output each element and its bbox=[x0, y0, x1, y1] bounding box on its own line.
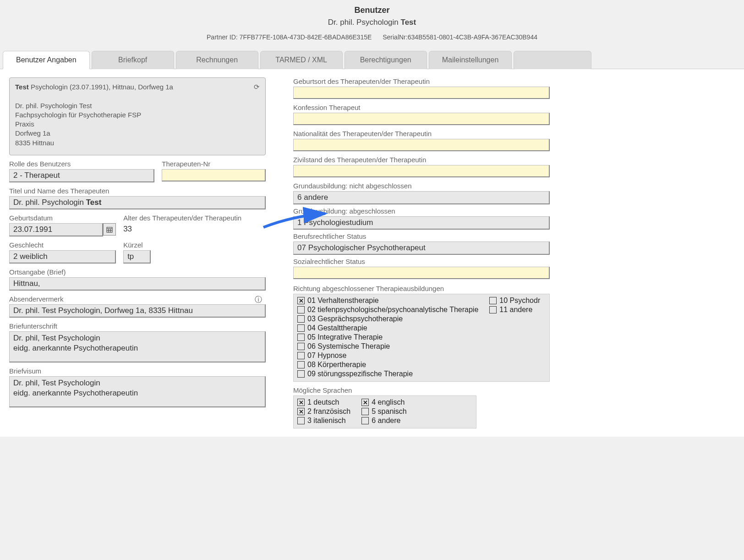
checkbox-icon[interactable] bbox=[297, 370, 305, 378]
therapie-item[interactable]: 03 Gesprächspsychotherapie bbox=[297, 314, 478, 324]
sprache-label: 1 deutsch bbox=[307, 398, 339, 406]
therapie-item[interactable]: 07 Hypnose bbox=[297, 351, 478, 360]
sprache-item[interactable]: 5 spanisch bbox=[361, 407, 407, 416]
ortsangabe-input[interactable]: Hittnau, bbox=[9, 277, 266, 291]
info-icon[interactable]: ⓘ bbox=[255, 295, 262, 305]
checkbox-icon[interactable] bbox=[297, 297, 305, 304]
therapie-checkbox-group: 01 Verhaltenstherapie02 tiefenpsychologi… bbox=[293, 294, 550, 382]
label-grund-nicht: Grundausbildung: nicht abgeschlossen bbox=[293, 182, 550, 190]
tab-tarmed-xml[interactable]: TARMED / XML bbox=[260, 51, 343, 69]
checkbox-icon[interactable] bbox=[361, 417, 369, 424]
berufsrecht-select[interactable]: 07 Psychologischer Psychotherapeut bbox=[293, 242, 550, 255]
page-subtitle: Dr. phil. Psychologin Test bbox=[0, 18, 744, 27]
konfession-input[interactable] bbox=[293, 113, 550, 125]
rolle-select[interactable]: 2 - Therapeut bbox=[9, 169, 154, 182]
therapie-item[interactable]: 09 störungsspezifische Therapie bbox=[297, 369, 478, 379]
svg-rect-0 bbox=[107, 227, 112, 232]
label-nationalitaet: Nationalität des Therapeuten/der Therape… bbox=[293, 130, 550, 137]
checkbox-icon[interactable] bbox=[297, 315, 305, 323]
therapie-item[interactable]: 04 Gestalttherapie bbox=[297, 324, 478, 333]
summary-box: ⟳ Test Psychologin (23.07.1991), Hittnau… bbox=[9, 77, 266, 155]
label-richtung: Richtung abgeschlossener Therapieausbild… bbox=[293, 285, 550, 292]
label-geschlecht: Geschlecht bbox=[9, 241, 116, 249]
checkbox-icon[interactable] bbox=[297, 343, 305, 350]
refresh-icon[interactable]: ⟳ bbox=[254, 82, 260, 92]
therapie-label: 11 andere bbox=[499, 306, 532, 314]
label-geburtsdatum: Geburtsdatum bbox=[9, 214, 116, 222]
geschlecht-select[interactable]: 2 weiblich bbox=[9, 250, 116, 264]
tab-berechtigungen[interactable]: Berechtigungen bbox=[345, 51, 427, 69]
geburtsort-input[interactable] bbox=[293, 87, 550, 99]
calendar-icon[interactable] bbox=[103, 223, 116, 236]
alter-value: 33 bbox=[123, 223, 266, 235]
titel-name-display[interactable]: Dr. phil. Psychologin Test bbox=[9, 196, 266, 209]
therapeut-nr-input[interactable] bbox=[162, 169, 266, 181]
sprache-label: 2 französisch bbox=[307, 407, 350, 416]
checkbox-icon[interactable] bbox=[361, 408, 369, 415]
therapie-label: 05 Integrative Therapie bbox=[307, 333, 383, 341]
checkbox-icon[interactable] bbox=[297, 306, 305, 313]
therapie-item[interactable]: 10 Psychodr bbox=[489, 296, 540, 305]
therapie-label: 02 tiefenpsychologische/psychoanalytisch… bbox=[307, 306, 478, 314]
therapie-item[interactable]: 11 andere bbox=[489, 305, 540, 314]
sprachen-checkbox-group: 1 deutsch2 französisch3 italienisch 4 en… bbox=[293, 395, 476, 428]
checkbox-icon[interactable] bbox=[297, 334, 305, 341]
checkbox-icon[interactable] bbox=[297, 352, 305, 359]
therapie-item[interactable]: 06 Systemische Therapie bbox=[297, 342, 478, 351]
therapie-label: 03 Gesprächspsychotherapie bbox=[307, 315, 403, 323]
grund-ab-select[interactable]: 1 Psychologiestudium bbox=[293, 216, 550, 230]
therapie-label: 07 Hypnose bbox=[307, 351, 346, 360]
grund-nicht-select[interactable]: 6 andere bbox=[293, 191, 550, 204]
sprache-label: 3 italienisch bbox=[307, 417, 346, 425]
checkbox-icon[interactable] bbox=[297, 417, 305, 424]
tab-rechnungen[interactable]: Rechnungen bbox=[176, 51, 258, 69]
sprache-item[interactable]: 6 andere bbox=[361, 416, 407, 425]
checkbox-icon[interactable] bbox=[489, 297, 497, 304]
kuerzel-input[interactable]: tp bbox=[123, 250, 151, 264]
label-berufsrecht: Berufsrechtlicher Status bbox=[293, 232, 550, 240]
sprache-label: 4 englisch bbox=[372, 398, 405, 406]
nationalitaet-input[interactable] bbox=[293, 139, 550, 151]
tab-maileinstellungen[interactable]: Maileinstellungen bbox=[429, 51, 512, 69]
sprache-item[interactable]: 1 deutsch bbox=[297, 398, 350, 407]
tab-bar: Benutzer Angaben Briefkopf Rechnungen TA… bbox=[0, 51, 744, 69]
partner-id: Partner ID: 7FFB77FE-108A-473D-842E-6BAD… bbox=[207, 33, 372, 41]
sozialrecht-input[interactable] bbox=[293, 267, 550, 279]
label-absender: Absendervermerk bbox=[9, 295, 266, 303]
zivilstand-input[interactable] bbox=[293, 165, 550, 177]
absender-input[interactable]: Dr. phil. Test Psychologin, Dorfweg 1a, … bbox=[9, 304, 266, 318]
label-zivilstand: Zivilstand des Therapeuten/der Therapeut… bbox=[293, 156, 550, 164]
therapie-label: 01 Verhaltenstherapie bbox=[307, 296, 379, 305]
sprache-item[interactable]: 2 französisch bbox=[297, 407, 350, 416]
sprache-label: 6 andere bbox=[372, 417, 400, 425]
header-ids: Partner ID: 7FFB77FE-108A-473D-842E-6BAD… bbox=[0, 33, 744, 41]
serial-nr: SerialNr:634B5581-0801-4C3B-A9FA-367EAC3… bbox=[383, 33, 537, 41]
checkbox-icon[interactable] bbox=[361, 399, 369, 406]
therapie-item[interactable]: 08 Körpertherapie bbox=[297, 360, 478, 369]
checkbox-icon[interactable] bbox=[489, 306, 497, 313]
tab-briefkopf[interactable]: Briefkopf bbox=[92, 51, 174, 69]
therapie-item[interactable]: 01 Verhaltenstherapie bbox=[297, 296, 478, 305]
label-rolle: Rolle des Benutzers bbox=[9, 160, 154, 168]
checkbox-icon[interactable] bbox=[297, 324, 305, 332]
tab-empty[interactable] bbox=[514, 51, 591, 69]
unterschrift-textarea[interactable]: Dr. phil, Test Psychologin eidg. anerkan… bbox=[9, 331, 266, 362]
geburtsdatum-input[interactable]: 23.07.1991 bbox=[9, 223, 103, 236]
therapie-item[interactable]: 05 Integrative Therapie bbox=[297, 333, 478, 342]
label-konfession: Konfession Therapeut bbox=[293, 104, 550, 111]
tab-benutzer-angaben[interactable]: Benutzer Angaben bbox=[3, 51, 90, 69]
visum-textarea[interactable]: Dr. phil, Test Psychologin eidg. anerkan… bbox=[9, 376, 266, 407]
therapie-label: 08 Körpertherapie bbox=[307, 361, 366, 369]
sprache-item[interactable]: 4 englisch bbox=[361, 398, 407, 407]
therapie-item[interactable]: 02 tiefenpsychologische/psychoanalytisch… bbox=[297, 305, 478, 314]
therapie-label: 06 Systemische Therapie bbox=[307, 342, 390, 351]
label-sozialrecht: Sozialrechtlicher Status bbox=[293, 258, 550, 265]
checkbox-icon[interactable] bbox=[297, 361, 305, 368]
label-sprachen: Mögliche Sprachen bbox=[293, 386, 550, 394]
label-titel: Titel und Name des Therapeuten bbox=[9, 187, 266, 195]
sprache-item[interactable]: 3 italienisch bbox=[297, 416, 350, 425]
checkbox-icon[interactable] bbox=[297, 408, 305, 415]
checkbox-icon[interactable] bbox=[297, 399, 305, 406]
label-therapeut-nr: Therapeuten-Nr bbox=[162, 160, 266, 168]
therapie-label: 10 Psychodr bbox=[499, 296, 540, 305]
